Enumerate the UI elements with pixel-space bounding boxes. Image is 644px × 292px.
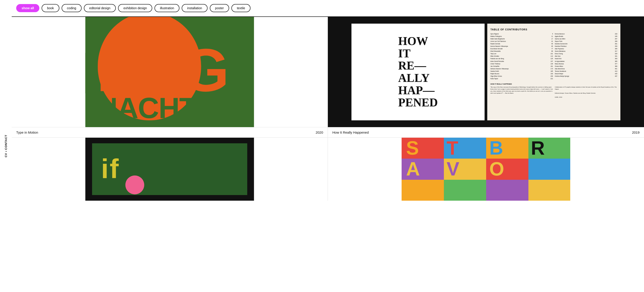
filter-editorial-design[interactable]: editorial design <box>84 4 116 12</box>
filter-show-all[interactable]: show all <box>16 4 39 12</box>
project-how-it-really-happened[interactable]: HOWITRE—ALLYHAP—PENED TABLE OF CONTRIBUT… <box>328 17 644 138</box>
how-big-text: HOWITRE—ALLYHAP—PENED <box>398 35 438 109</box>
svg-rect-16 <box>528 159 570 180</box>
project-grid: DAG NACHT Type in Motion 2020 <box>12 17 644 201</box>
project-title-2: How It Really Happened <box>332 130 369 134</box>
svg-rect-3 <box>86 53 98 93</box>
how-poster-right: TABLE OF CONTRIBUTORS Sjors Rijpere 5 Ma… <box>487 24 620 120</box>
svg-text:B: B <box>489 138 503 159</box>
filter-exhibition-design[interactable]: exhibition design <box>118 4 152 12</box>
svg-text:T: T <box>446 138 458 159</box>
svg-rect-19 <box>486 180 528 201</box>
svg-rect-18 <box>444 180 486 201</box>
project-image-1: DAG NACHT <box>12 17 328 127</box>
svg-text:if: if <box>101 154 120 184</box>
project-title-1: Type in Motion <box>16 130 38 134</box>
project-3[interactable]: if <box>12 138 328 201</box>
svg-text:A: A <box>406 158 420 179</box>
filter-bar: show all book coding editorial design ex… <box>12 0 644 17</box>
svg-text:S: S <box>406 138 419 159</box>
how-poster-container: HOWITRE—ALLYHAP—PENED TABLE OF CONTRIBUT… <box>328 17 644 127</box>
main-content: show all book coding editorial design ex… <box>12 0 644 201</box>
svg-text:O: O <box>489 158 504 179</box>
sidebar-label[interactable]: CV • CONTACT <box>4 135 8 157</box>
svg-rect-17 <box>402 180 444 201</box>
sidebar: CV • CONTACT <box>0 0 12 201</box>
project-year-1: 2020 <box>316 130 323 134</box>
filter-coding[interactable]: coding <box>62 4 82 12</box>
how-body-text: HOW IT REALLY HAPPENED "My copy of the N… <box>490 83 617 99</box>
project-year-2: 2019 <box>632 130 640 134</box>
filter-book[interactable]: book <box>42 4 59 12</box>
project-image-2: HOWITRE—ALLYHAP—PENED TABLE OF CONTRIBUT… <box>328 17 644 127</box>
filter-illustration[interactable]: illustration <box>154 4 180 12</box>
svg-text:V: V <box>446 158 460 179</box>
how-table-title: TABLE OF CONTRIBUTORS <box>490 28 617 31</box>
project-4[interactable]: S T B R A V O <box>328 138 644 201</box>
project-type-in-motion[interactable]: DAG NACHT Type in Motion 2020 <box>12 17 328 138</box>
project-image-4: S T B R A V O <box>328 138 644 201</box>
filter-poster[interactable]: poster <box>210 4 229 12</box>
filter-installation[interactable]: installation <box>182 4 207 12</box>
svg-text:NACHT: NACHT <box>97 92 197 124</box>
svg-rect-20 <box>528 180 570 201</box>
how-poster-left: HOWITRE—ALLYHAP—PENED <box>352 24 484 120</box>
svg-point-8 <box>126 175 144 194</box>
filter-textile[interactable]: textile <box>232 4 250 12</box>
project-image-3: if <box>12 138 328 201</box>
svg-text:R: R <box>531 138 544 159</box>
how-table-content: Sjors Rijpere 5 Matteo Pellegrino 11 Mal… <box>490 33 617 80</box>
project-footer-1: Type in Motion 2020 <box>12 127 328 137</box>
project-footer-2: How It Really Happened 2019 <box>328 127 644 137</box>
